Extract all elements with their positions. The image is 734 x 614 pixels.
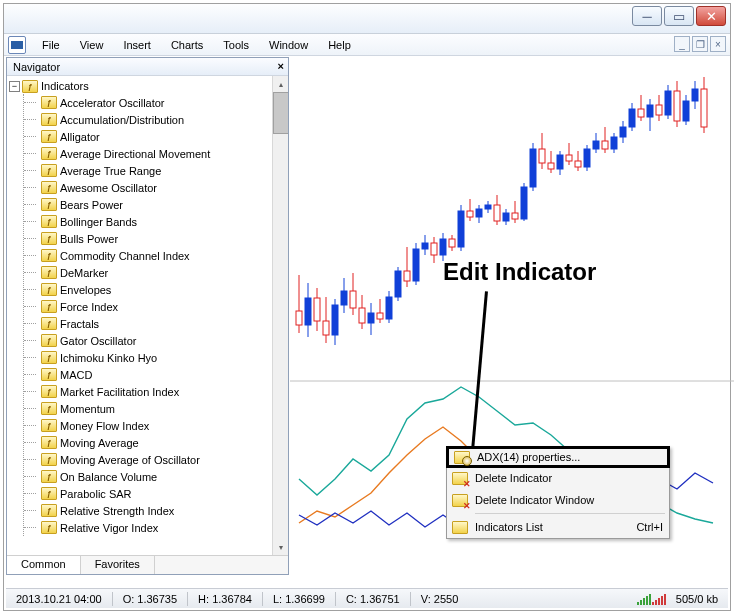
navigator-tree[interactable]: − ƒ Indicators ƒAccelerator OscillatorƒA… [7,76,272,555]
navigator-title-bar: Navigator × [7,58,288,76]
svg-rect-84 [665,91,671,115]
mdi-close-icon[interactable]: × [710,36,726,52]
svg-rect-36 [449,239,455,247]
menu-file[interactable]: File [32,37,70,53]
svg-rect-30 [422,243,428,249]
svg-rect-56 [539,149,545,163]
indicator-item[interactable]: ƒForce Index [24,298,272,315]
indicator-item[interactable]: ƒEnvelopes [24,281,272,298]
menu-item-delete-indicator[interactable]: Delete Indicator [447,467,669,489]
connection-icon [637,593,666,605]
indicator-label: Gator Oscillator [60,335,136,347]
indicator-icon: ƒ [41,300,57,313]
indicator-icon: ƒ [41,351,57,364]
indicator-item[interactable]: ƒRelative Vigor Index [24,519,272,536]
indicator-item[interactable]: ƒBears Power [24,196,272,213]
indicator-item[interactable]: ƒAverage Directional Movement [24,145,272,162]
indicator-item[interactable]: ƒMomentum [24,400,272,417]
tab-favorites[interactable]: Favorites [81,556,155,574]
indicator-item[interactable]: ƒCommodity Channel Index [24,247,272,264]
svg-rect-68 [593,141,599,149]
indicator-item[interactable]: ƒMoving Average of Oscillator [24,451,272,468]
menu-tools[interactable]: Tools [213,37,259,53]
indicator-item[interactable]: ƒRelative Strength Index [24,502,272,519]
navigator-close-icon[interactable]: × [278,60,284,72]
indicator-label: Moving Average [60,437,139,449]
indicator-item[interactable]: ƒFractals [24,315,272,332]
indicator-icon: ƒ [41,181,57,194]
svg-rect-40 [467,211,473,217]
indicator-label: Ichimoku Kinko Hyo [60,352,157,364]
menu-item-indicators-list[interactable]: Indicators List Ctrl+I [447,516,669,538]
indicator-item[interactable]: ƒParabolic SAR [24,485,272,502]
indicator-item[interactable]: ƒBulls Power [24,230,272,247]
indicator-item[interactable]: ƒAlligator [24,128,272,145]
svg-rect-72 [611,137,617,149]
menu-item-properties[interactable]: ADX(14) properties... [446,446,670,468]
svg-rect-4 [305,298,311,325]
indicator-item[interactable]: ƒAccumulation/Distribution [24,111,272,128]
svg-rect-22 [386,297,392,319]
indicator-label: Accumulation/Distribution [60,114,184,126]
minimize-button[interactable]: ─ [632,6,662,26]
indicator-label: On Balance Volume [60,471,157,483]
svg-rect-14 [350,291,356,308]
indicator-icon: ƒ [41,487,57,500]
delete-window-icon [452,494,468,507]
indicator-label: Fractals [60,318,99,330]
menu-charts[interactable]: Charts [161,37,213,53]
tree-collapse-icon[interactable]: − [9,81,20,92]
status-open: O: 1.36735 [119,593,181,605]
menu-item-label: Indicators List [475,521,543,533]
indicator-item[interactable]: ƒIchimoku Kinko Hyo [24,349,272,366]
svg-rect-12 [341,291,347,305]
properties-icon [454,451,470,464]
svg-rect-64 [575,161,581,167]
maximize-button[interactable]: ▭ [664,6,694,26]
indicator-label: Commodity Channel Index [60,250,190,262]
mdi-minimize-icon[interactable]: _ [674,36,690,52]
menu-view[interactable]: View [70,37,114,53]
svg-rect-82 [656,105,662,115]
menu-window[interactable]: Window [259,37,318,53]
scroll-down-icon[interactable]: ▾ [273,539,288,555]
indicator-label: Force Index [60,301,118,313]
menu-bar: File View Insert Charts Tools Window Hel… [4,34,730,56]
tab-common[interactable]: Common [7,556,81,574]
menu-shortcut: Ctrl+I [636,521,663,533]
indicator-item[interactable]: ƒAverage True Range [24,162,272,179]
svg-rect-26 [404,271,410,281]
indicator-item[interactable]: ƒOn Balance Volume [24,468,272,485]
indicator-item[interactable]: ƒDeMarker [24,264,272,281]
indicator-item[interactable]: ƒAccelerator Oscillator [24,94,272,111]
indicator-label: DeMarker [60,267,108,279]
svg-rect-80 [647,105,653,117]
svg-rect-74 [620,127,626,137]
menu-help[interactable]: Help [318,37,361,53]
mdi-restore-icon[interactable]: ❐ [692,36,708,52]
menu-item-delete-window[interactable]: Delete Indicator Window [447,489,669,511]
indicator-item[interactable]: ƒGator Oscillator [24,332,272,349]
indicator-label: Relative Strength Index [60,505,174,517]
tree-root-label[interactable]: Indicators [41,80,89,92]
indicator-icon: ƒ [41,266,57,279]
scroll-up-icon[interactable]: ▴ [273,76,288,92]
close-button[interactable]: ✕ [696,6,726,26]
indicator-item[interactable]: ƒMoney Flow Index [24,417,272,434]
indicator-icon: ƒ [41,249,57,262]
indicator-item[interactable]: ƒAwesome Oscillator [24,179,272,196]
indicator-icon: ƒ [41,334,57,347]
scrollbar-vertical[interactable]: ▴ ▾ [272,76,288,555]
indicator-icon: ƒ [41,368,57,381]
indicator-item[interactable]: ƒBollinger Bands [24,213,272,230]
indicator-label: Envelopes [60,284,111,296]
indicator-label: Bollinger Bands [60,216,137,228]
indicator-item[interactable]: ƒMACD [24,366,272,383]
status-close: C: 1.36751 [342,593,404,605]
svg-rect-24 [395,271,401,297]
indicator-item[interactable]: ƒMoving Average [24,434,272,451]
indicator-item[interactable]: ƒMarket Facilitation Index [24,383,272,400]
indicator-label: Momentum [60,403,115,415]
svg-rect-34 [440,239,446,255]
menu-insert[interactable]: Insert [113,37,161,53]
